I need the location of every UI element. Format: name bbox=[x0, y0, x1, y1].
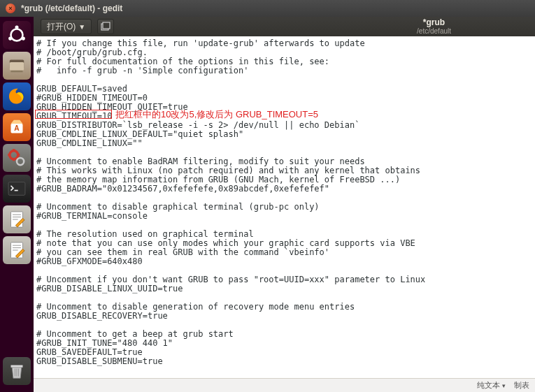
launcher-files[interactable] bbox=[3, 52, 31, 80]
chevron-down-icon: ▼ bbox=[78, 23, 85, 31]
new-tab-button[interactable] bbox=[97, 19, 114, 34]
window-title: *grub (/etc/default) - gedit bbox=[21, 3, 122, 13]
launcher-gedit-2[interactable] bbox=[3, 236, 31, 264]
launcher-trash[interactable] bbox=[3, 357, 31, 385]
svg-rect-31 bbox=[103, 22, 110, 29]
doc-tab-title: *grub bbox=[417, 18, 451, 27]
launcher-gedit-1[interactable] bbox=[3, 205, 31, 233]
doc-tab-path: /etc/default bbox=[417, 27, 451, 35]
svg-rect-5 bbox=[10, 62, 24, 71]
svg-rect-15 bbox=[17, 154, 20, 156]
title-bar: × *grub (/etc/default) - gedit bbox=[0, 0, 535, 17]
terminal-icon bbox=[5, 177, 29, 201]
launcher-settings[interactable] bbox=[3, 144, 31, 172]
trash-icon bbox=[5, 359, 29, 383]
svg-text:A: A bbox=[14, 124, 20, 132]
editor-area[interactable]: # If you change this file, run 'update-g… bbox=[34, 36, 535, 378]
svg-point-10 bbox=[10, 151, 18, 159]
files-icon bbox=[5, 54, 29, 78]
open-label: 打开(O) bbox=[47, 21, 76, 33]
svg-rect-13 bbox=[13, 159, 15, 161]
status-bar: 纯文本 ▾ 制表 bbox=[34, 378, 535, 392]
text-editor-icon bbox=[5, 238, 29, 262]
unity-launcher: A bbox=[0, 17, 34, 392]
settings-gear-icon bbox=[5, 146, 29, 170]
svg-point-2 bbox=[22, 37, 25, 41]
status-encoding[interactable]: 纯文本 ▾ bbox=[477, 380, 506, 391]
firefox-icon bbox=[5, 85, 29, 108]
svg-rect-12 bbox=[13, 149, 15, 151]
launcher-firefox[interactable] bbox=[3, 82, 31, 110]
chevron-down-icon: ▾ bbox=[502, 382, 506, 389]
svg-rect-16 bbox=[8, 182, 25, 196]
launcher-software[interactable]: A bbox=[3, 113, 31, 141]
svg-point-0 bbox=[11, 29, 23, 41]
software-center-icon: A bbox=[5, 115, 29, 139]
window-controls: × bbox=[0, 3, 15, 13]
document-tab[interactable]: *grub /etc/default bbox=[417, 18, 451, 35]
launcher-dash[interactable] bbox=[3, 21, 31, 49]
status-tab-width[interactable]: 制表 bbox=[514, 380, 529, 391]
svg-point-1 bbox=[15, 25, 18, 29]
text-editor-icon bbox=[5, 208, 29, 231]
svg-rect-26 bbox=[11, 365, 23, 368]
launcher-terminal[interactable] bbox=[3, 175, 31, 203]
svg-point-3 bbox=[8, 37, 12, 41]
svg-rect-14 bbox=[8, 154, 10, 156]
gedit-toolbar: 打开(O) ▼ *grub /etc/default bbox=[34, 17, 535, 36]
new-tab-icon bbox=[101, 22, 110, 31]
ubuntu-logo-icon bbox=[5, 23, 29, 47]
svg-rect-6 bbox=[11, 71, 23, 73]
window-close-button[interactable]: × bbox=[6, 3, 15, 13]
svg-point-11 bbox=[17, 158, 24, 165]
open-button[interactable]: 打开(O) ▼ bbox=[41, 19, 92, 34]
